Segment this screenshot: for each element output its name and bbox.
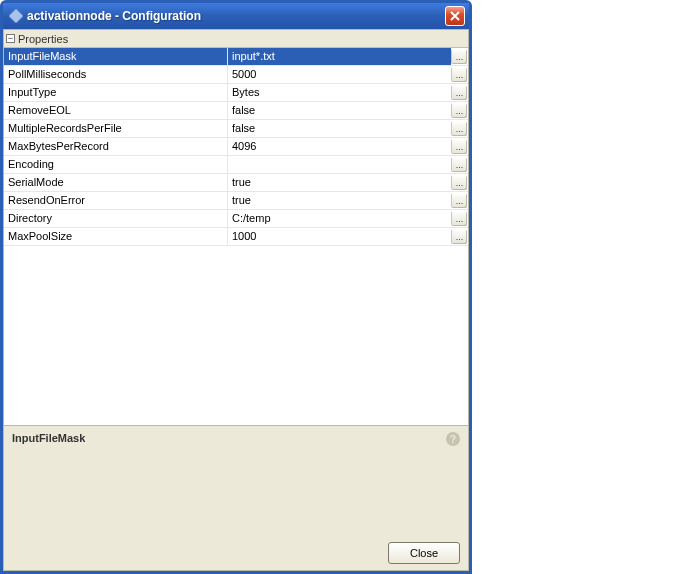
description-panel: InputFileMask ? Close	[4, 425, 468, 570]
property-value[interactable]: 4096	[228, 138, 451, 155]
property-row[interactable]: DirectoryC:/temp...	[4, 210, 468, 228]
button-bar: Close	[12, 542, 460, 564]
property-name[interactable]: InputFileMask	[4, 48, 228, 65]
property-name[interactable]: RemoveEOL	[4, 102, 228, 119]
property-name[interactable]: MultipleRecordsPerFile	[4, 120, 228, 137]
property-row[interactable]: RemoveEOLfalse...	[4, 102, 468, 120]
property-name[interactable]: SerialMode	[4, 174, 228, 191]
close-button[interactable]: Close	[388, 542, 460, 564]
property-grid: InputFileMaskinput*.txt...PollMillisecon…	[4, 48, 468, 246]
property-value[interactable]: true	[228, 192, 451, 209]
property-value[interactable]: Bytes	[228, 84, 451, 101]
property-name[interactable]: InputType	[4, 84, 228, 101]
property-row[interactable]: PollMilliseconds5000...	[4, 66, 468, 84]
properties-label: Properties	[18, 33, 68, 45]
help-icon[interactable]: ?	[446, 432, 460, 446]
ellipsis-button[interactable]: ...	[451, 121, 467, 136]
property-row[interactable]: MaxBytesPerRecord4096...	[4, 138, 468, 156]
property-value[interactable]: true	[228, 174, 451, 191]
ellipsis-button[interactable]: ...	[451, 103, 467, 118]
property-name[interactable]: MaxPoolSize	[4, 228, 228, 245]
property-row[interactable]: InputTypeBytes...	[4, 84, 468, 102]
window-title: activationnode - Configuration	[27, 9, 445, 23]
ellipsis-button[interactable]: ...	[451, 85, 467, 100]
property-name[interactable]: ResendOnError	[4, 192, 228, 209]
properties-header[interactable]: − Properties	[4, 30, 468, 48]
ellipsis-button[interactable]: ...	[451, 211, 467, 226]
description-title: InputFileMask	[12, 432, 460, 444]
ellipsis-button[interactable]: ...	[451, 193, 467, 208]
ellipsis-button[interactable]: ...	[451, 67, 467, 82]
property-row[interactable]: MultipleRecordsPerFilefalse...	[4, 120, 468, 138]
property-value[interactable]: input*.txt	[228, 48, 451, 65]
svg-rect-0	[9, 9, 23, 23]
app-icon	[9, 9, 23, 23]
ellipsis-button[interactable]: ...	[451, 139, 467, 154]
property-row[interactable]: InputFileMaskinput*.txt...	[4, 48, 468, 66]
property-value[interactable]: 1000	[228, 228, 451, 245]
property-row[interactable]: SerialModetrue...	[4, 174, 468, 192]
titlebar[interactable]: activationnode - Configuration	[3, 3, 469, 29]
property-value[interactable]: false	[228, 120, 451, 137]
config-window: activationnode - Configuration − Propert…	[0, 0, 472, 574]
property-name[interactable]: Directory	[4, 210, 228, 227]
ellipsis-button[interactable]: ...	[451, 229, 467, 244]
property-name[interactable]: PollMilliseconds	[4, 66, 228, 83]
property-row[interactable]: Encoding...	[4, 156, 468, 174]
window-close-button[interactable]	[445, 6, 465, 26]
property-value[interactable]: false	[228, 102, 451, 119]
property-row[interactable]: MaxPoolSize1000...	[4, 228, 468, 246]
property-value[interactable]: 5000	[228, 66, 451, 83]
property-value[interactable]	[228, 156, 451, 173]
grid-empty-area	[4, 246, 468, 425]
ellipsis-button[interactable]: ...	[451, 157, 467, 172]
property-value[interactable]: C:/temp	[228, 210, 451, 227]
collapse-icon[interactable]: −	[6, 34, 15, 43]
property-name[interactable]: Encoding	[4, 156, 228, 173]
content-area: − Properties InputFileMaskinput*.txt...P…	[3, 29, 469, 571]
ellipsis-button[interactable]: ...	[451, 49, 467, 64]
property-name[interactable]: MaxBytesPerRecord	[4, 138, 228, 155]
property-row[interactable]: ResendOnErrortrue...	[4, 192, 468, 210]
ellipsis-button[interactable]: ...	[451, 175, 467, 190]
